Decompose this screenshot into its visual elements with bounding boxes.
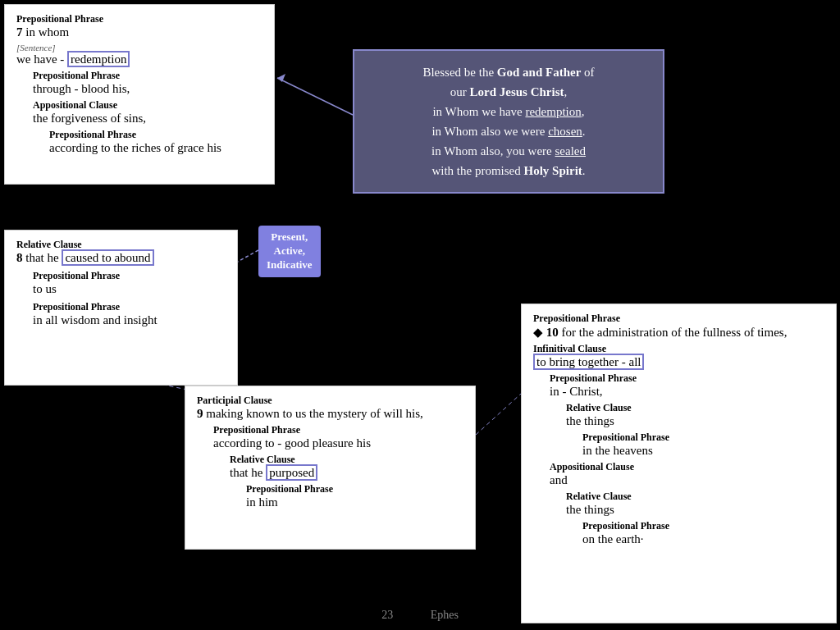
card-verse-7: Prepositional Phrase 7 in whom [Sentence… — [4, 4, 275, 185]
card4-label3: Prepositional Phrase — [550, 372, 824, 385]
page-number: 23 — [381, 609, 393, 621]
card4-highlight2: to bring together - all — [533, 354, 644, 370]
sealed-underline: sealed — [555, 144, 586, 158]
card3-verse: 9 making known to us the mystery of will… — [197, 407, 463, 421]
card4-text3: in - Christ, — [550, 385, 824, 399]
card1-verse-num: 7 — [16, 25, 23, 39]
card-verse-8: Relative Clause 8 that he caused to abou… — [4, 230, 238, 386]
card2-text3: in all wisdom and insight — [33, 313, 226, 327]
card-verse-10: Prepositional Phrase ◆ 10 for the admini… — [521, 304, 837, 623]
card1-sentence: we have - redemption — [16, 52, 262, 66]
card2-verse: 8 that he caused to abound — [16, 251, 226, 265]
card4-label6: Appositional Clause — [550, 461, 824, 473]
card4-label1: Prepositional Phrase — [533, 313, 824, 325]
god-father-bold: God and Father — [497, 66, 582, 79]
card3-text2: according to - good pleasure his — [213, 436, 463, 450]
card2-label3: Prepositional Phrase — [33, 301, 226, 313]
card3-label4: Prepositional Phrase — [246, 483, 463, 495]
verse-text-1: Blessed be the God and Father ofour Lord… — [422, 66, 594, 98]
svg-marker-3 — [277, 74, 285, 82]
svg-line-2 — [277, 78, 353, 115]
chosen-underline: chosen — [548, 125, 582, 138]
verse-box: Blessed be the God and Father ofour Lord… — [353, 49, 664, 194]
verse-text-4: in Whom also, you were sealed — [431, 144, 586, 158]
verse-text-5: with the promised Holy Spirit. — [431, 164, 585, 177]
card4-label7: Relative Clause — [566, 491, 824, 503]
card3-label3: Relative Clause — [230, 454, 463, 466]
card4-infinitival: to bring together - all — [533, 355, 824, 369]
card2-highlight: caused to abound — [62, 249, 153, 266]
card4-verse: ◆ 10 for the administration of the fulln… — [533, 325, 824, 340]
card1-label3: Appositional Clause — [33, 99, 262, 112]
pill-present-active-indicative-2: Present, Active, Indicative — [258, 226, 321, 277]
card4-text8: on the earth· — [582, 532, 824, 546]
svg-line-7 — [476, 394, 521, 435]
card1-label1: Prepositional Phrase — [16, 13, 262, 25]
card1-text4: according to the riches of grace his — [49, 141, 262, 155]
page-footer: 23 Ephes — [0, 609, 840, 622]
card4-verse-num: 10 — [546, 326, 559, 339]
card2-text2: to us — [33, 282, 226, 296]
book-reference: Ephes — [431, 609, 459, 621]
card4-label5: Prepositional Phrase — [582, 431, 824, 444]
card1-label2: Prepositional Phrase — [33, 70, 262, 82]
card3-highlight: purposed — [266, 464, 317, 481]
card1-text3: the forgiveness of sins, — [33, 112, 262, 126]
card4-text5: in the heavens — [582, 444, 824, 458]
card1-highlight: redemption — [67, 51, 130, 67]
card3-text3: that he purposed — [230, 466, 463, 480]
card1-sentence-label: [Sentence] — [16, 43, 262, 52]
card4-label8: Prepositional Phrase — [582, 520, 824, 532]
card3-verse-num: 9 — [197, 407, 203, 420]
card3-text4: in him — [246, 495, 463, 509]
card1-verse: 7 in whom — [16, 25, 262, 39]
card2-label2: Prepositional Phrase — [33, 270, 226, 282]
card4-label4: Relative Clause — [566, 402, 824, 414]
verse-text-2: in Whom we have redemption, — [432, 105, 584, 118]
card-verse-9: Participial Clause 9 making known to us … — [185, 386, 476, 550]
holy-spirit-bold: Holy Spirit — [524, 164, 582, 177]
card1-label4: Prepositional Phrase — [49, 129, 262, 141]
card3-label1: Participial Clause — [197, 395, 463, 407]
card4-text4: the things — [566, 414, 824, 428]
lord-jesus-bold: Lord Jesus Christ — [469, 85, 564, 98]
card4-text6: and — [550, 473, 824, 487]
card1-text2: through - blood his, — [33, 82, 262, 96]
card2-verse-num: 8 — [16, 251, 23, 264]
verse-text-3: in Whom also we were chosen. — [431, 125, 585, 138]
card3-label2: Prepositional Phrase — [213, 424, 463, 436]
redemption-underline: redemption — [525, 105, 581, 118]
card4-text7: the things — [566, 503, 824, 517]
